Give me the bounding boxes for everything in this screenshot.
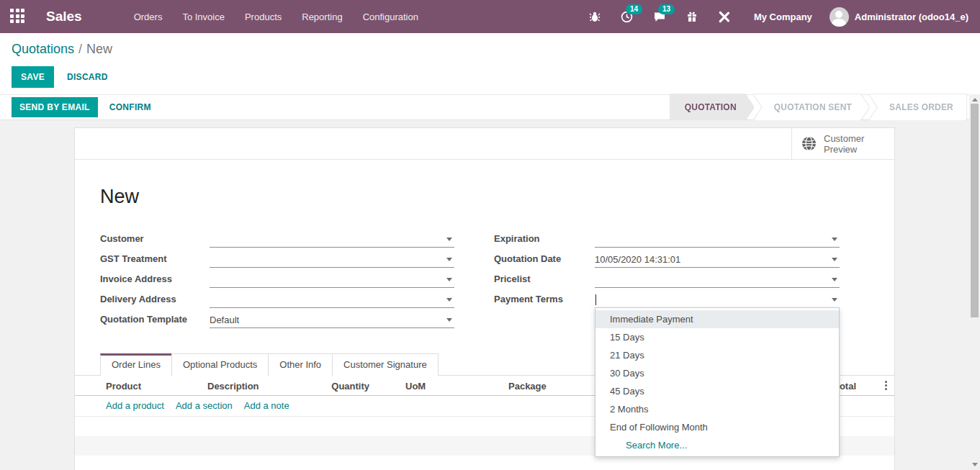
debug-bug-icon[interactable]: [583, 6, 607, 27]
column-package: Package: [508, 381, 547, 392]
gst-treatment-field[interactable]: [210, 251, 454, 268]
quotation-date-label: Quotation Date: [494, 253, 595, 268]
customer-field[interactable]: [210, 231, 454, 248]
tab-other-info[interactable]: Other Info: [268, 353, 333, 376]
quotation-template-value: Default: [210, 315, 239, 325]
customer-preview-label: Customer Preview: [824, 133, 874, 155]
expiration-field[interactable]: [595, 231, 840, 248]
customer-label: Customer: [100, 233, 210, 248]
main-menus: Orders To Invoice Products Reporting Con…: [127, 1, 426, 32]
globe-icon: [801, 136, 817, 151]
pricelist-field[interactable]: [595, 271, 840, 288]
gst-treatment-label: GST Treatment: [100, 253, 210, 268]
pricelist-label: Pricelist: [494, 274, 595, 288]
payment-terms-label: Payment Terms: [494, 294, 595, 308]
dropdown-search-more[interactable]: Search More...: [595, 436, 839, 454]
discard-button[interactable]: DISCARD: [66, 66, 109, 88]
breadcrumb-current: New: [86, 42, 112, 56]
customer-preview-button[interactable]: Customer Preview: [791, 128, 894, 159]
app-name[interactable]: Sales: [46, 9, 82, 24]
caret-down-icon: [446, 298, 452, 302]
user-name: Administrator (odoo14_e): [855, 12, 968, 22]
dropdown-option-end-of-following-month[interactable]: End of Following Month: [595, 418, 839, 436]
stage-quotation-sent[interactable]: QUOTATION SENT: [754, 94, 869, 120]
user-avatar: [830, 7, 849, 27]
column-product: Product: [106, 381, 141, 392]
vertical-scrollbar[interactable]: [969, 94, 980, 470]
text-cursor: [595, 294, 596, 305]
payment-terms-field[interactable]: [595, 292, 840, 308]
stage-pipeline: QUOTATION QUOTATION SENT SALES ORDER: [670, 94, 966, 120]
activities-badge: 14: [626, 4, 642, 14]
messages-chat-icon[interactable]: 13: [647, 6, 673, 27]
quotation-template-field[interactable]: Default: [210, 312, 454, 328]
gift-icon[interactable]: [680, 6, 704, 27]
add-a-note-link[interactable]: Add a note: [244, 400, 289, 411]
sheet-button-box: Customer Preview: [75, 128, 894, 160]
quotation-date-field[interactable]: 10/05/2020 14:31:01: [595, 251, 840, 268]
scroll-up-icon[interactable]: [972, 98, 978, 101]
menu-orders[interactable]: Orders: [127, 1, 170, 32]
delivery-address-field[interactable]: [210, 292, 454, 308]
control-panel: Quotations/New SAVE DISCARD: [0, 33, 980, 94]
user-menu[interactable]: Administrator (odoo14_e): [830, 7, 971, 27]
tab-customer-signature[interactable]: Customer Signature: [332, 353, 439, 376]
dropdown-option-21-days[interactable]: 21 Days: [595, 346, 839, 364]
invoice-address-field[interactable]: [210, 271, 454, 288]
invoice-address-label: Invoice Address: [100, 274, 210, 288]
menu-products[interactable]: Products: [238, 1, 289, 32]
column-uom: UoM: [405, 381, 426, 392]
delivery-address-label: Delivery Address: [100, 294, 210, 308]
company-switcher[interactable]: My Company: [744, 12, 822, 22]
activities-clock-icon[interactable]: 14: [614, 6, 639, 27]
tools-icon[interactable]: [711, 6, 737, 27]
scroll-down-icon[interactable]: [972, 463, 978, 466]
optional-columns-kebab-icon[interactable]: [885, 381, 888, 392]
add-a-section-link[interactable]: Add a section: [176, 400, 233, 411]
dropdown-option-45-days[interactable]: 45 Days: [595, 382, 839, 400]
menu-to-invoice[interactable]: To Invoice: [175, 1, 232, 32]
stage-sales-order[interactable]: SALES ORDER: [869, 94, 966, 120]
expiration-label: Expiration: [494, 233, 595, 248]
menu-reporting[interactable]: Reporting: [295, 1, 349, 32]
caret-down-icon: [832, 238, 837, 241]
apps-grid-icon[interactable]: [10, 9, 26, 24]
dropdown-option-2-months[interactable]: 2 Months: [595, 400, 839, 418]
caret-down-icon: [446, 258, 452, 261]
quotation-template-label: Quotation Template: [100, 314, 210, 328]
caret-down-icon: [446, 238, 452, 241]
breadcrumb: Quotations/New: [0, 33, 980, 57]
column-description: Description: [207, 381, 259, 392]
caret-down-icon: [832, 298, 837, 302]
control-panel-buttons: SAVE DISCARD: [12, 66, 109, 88]
tab-order-lines[interactable]: Order Lines: [100, 353, 172, 376]
menu-configuration[interactable]: Configuration: [356, 1, 426, 32]
statusbar: SEND BY EMAIL CONFIRM QUOTATION QUOTATIO…: [0, 94, 969, 120]
caret-down-icon: [832, 278, 837, 281]
breadcrumb-separator: /: [74, 42, 86, 56]
payment-terms-dropdown: Immediate Payment 15 Days 21 Days 30 Day…: [595, 307, 840, 457]
empty-list-row: [75, 456, 894, 470]
caret-down-icon: [832, 258, 837, 261]
messages-badge: 13: [658, 4, 675, 14]
column-quantity: Quantity: [312, 381, 369, 392]
quotation-date-value: 10/05/2020 14:31:01: [595, 254, 680, 265]
add-a-product-link[interactable]: Add a product: [106, 400, 164, 411]
navbar-systray: 14 13 My Company Administrator (odoo14_e…: [583, 6, 971, 27]
caret-down-icon: [446, 278, 452, 281]
send-by-email-button[interactable]: SEND BY EMAIL: [12, 97, 98, 117]
dropdown-option-immediate-payment[interactable]: Immediate Payment: [595, 310, 839, 328]
dropdown-option-30-days[interactable]: 30 Days: [595, 364, 839, 382]
top-navbar: Sales Orders To Invoice Products Reporti…: [0, 0, 980, 33]
confirm-button[interactable]: CONFIRM: [108, 96, 153, 118]
odoo-sales-window: Sales Orders To Invoice Products Reporti…: [0, 0, 980, 470]
save-button[interactable]: SAVE: [12, 66, 54, 88]
stage-quotation[interactable]: QUOTATION: [670, 94, 754, 120]
tab-optional-products[interactable]: Optional Products: [171, 353, 269, 376]
left-field-column: Customer GST Treatment Invoice Address D…: [100, 227, 454, 328]
caret-down-icon: [446, 318, 452, 322]
record-title: New: [100, 184, 894, 209]
scrollbar-thumb[interactable]: [971, 104, 979, 317]
breadcrumb-quotations-link[interactable]: Quotations: [12, 42, 74, 56]
dropdown-option-15-days[interactable]: 15 Days: [595, 328, 839, 346]
